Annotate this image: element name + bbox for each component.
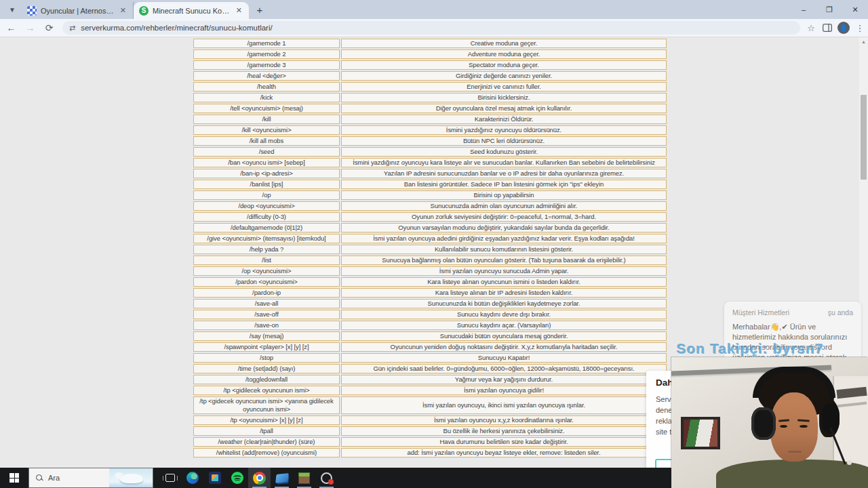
minimize-button[interactable]: – (791, 0, 816, 19)
window-controls: – ❐ ✕ (791, 0, 868, 19)
command-name-cell: /pardon <oyuncuismi> (193, 277, 340, 287)
browser-tab-strip: ▼ Oyuncular | Aternos | Ücretsiz M ✕ S M… (0, 0, 868, 19)
command-name-cell: /deop <oyuncuismi> (193, 201, 340, 211)
command-description-cell: İsmini yazdığınız oyuncuyu öldürürsünüz. (341, 125, 667, 135)
command-description-cell: Enerjinizi ve canınızı fuller. (341, 82, 667, 92)
bookmark-star-icon[interactable]: ☆ (803, 20, 819, 36)
command-description-cell: Oyuncunun yeniden doğuş noktasını değişt… (341, 342, 667, 352)
command-description-cell: Oyunun varsayılan modunu değiştirir, yuk… (341, 223, 667, 232)
site-settings-icon[interactable]: ⇄ (69, 24, 75, 33)
scroll-up-icon[interactable]: ▲ (861, 39, 867, 45)
spotify-icon (231, 472, 243, 484)
search-highlight-art[interactable] (109, 468, 153, 487)
command-name-cell: /kill <oyuncuismi> (193, 125, 340, 135)
table-row: /tp <oyuncuismi> [x] [y] [z]İsmi yazılan… (193, 415, 667, 425)
polar-bear-head (115, 472, 123, 479)
command-name-cell: /say (mesaj) (193, 331, 340, 341)
command-description-cell: Sunucuyu Kapatır! (341, 353, 667, 363)
table-row: /listSunucuya bağlanmış olan bütün oyunc… (193, 256, 667, 265)
command-name-cell: /whitelist (add|remove) (oyuncuismi) (193, 448, 340, 458)
table-row: /time (set|add) (sayı)Gün içindeki saati… (193, 364, 667, 373)
table-row: /save-onSunucu kaydını açar. (Varsayılan… (193, 321, 667, 330)
command-name-cell: /give <oyuncuismi> (itemsayısı) [itemkod… (193, 234, 340, 243)
command-description-cell: Hava durumunu belirtilen süre kadar deği… (341, 437, 667, 447)
profile-avatar[interactable]: 👤 (835, 20, 852, 36)
notification-dot (328, 479, 334, 485)
search-icon (36, 474, 43, 481)
blue-app-button[interactable] (271, 468, 293, 488)
tab-search-button[interactable]: ▼ (4, 1, 20, 18)
forward-button[interactable]: → (22, 20, 38, 36)
command-description-cell: İsmi yazılan oyuncuyu sunucuda Admin yap… (341, 266, 667, 276)
command-description-cell: Oyunun zorluk seviyesini değiştirir: 0=p… (341, 212, 667, 222)
side-panel-icon[interactable] (819, 20, 835, 36)
command-description-cell: add: İsmi yazılan oyuncuyu beyaz listeye… (341, 448, 667, 458)
tab-serverkurma[interactable]: S Minecraft Sunucu Komutları - S ✕ (134, 2, 249, 19)
table-row: /weather (clear|rain|thunder) (süre)Hava… (193, 437, 667, 447)
command-name-cell: /ban-ip <ip-adresi> (193, 169, 340, 178)
table-row: /save-offSunucu kaydını devre dışı bırak… (193, 310, 667, 319)
command-description-cell: Sunucudaki bütün oyunculara mesaj gönder… (341, 331, 667, 341)
command-name-cell: /kill all mobs (193, 136, 340, 146)
command-name-cell: /spawnpoint <player> [x] [y] [z] (193, 342, 340, 352)
command-name-cell: /list (193, 256, 340, 265)
command-description-cell: Yağmur veya kar yağışını durdurur. (341, 375, 667, 384)
back-button[interactable]: ← (3, 20, 19, 36)
command-description-cell: Karakterinizi Öldürür. (341, 115, 667, 124)
command-description-cell: Sunucunuzda ki bütün değişiklikleri kayd… (341, 299, 667, 308)
table-row: /kill <oyuncuismi>İsmini yazdığınız oyun… (193, 125, 667, 135)
start-button[interactable] (0, 468, 28, 488)
table-row: /spawnpoint <player> [x] [y] [z]Oyuncunu… (193, 342, 667, 352)
table-row: /difficulty (0-3)Oyunun zorluk seviyesin… (193, 212, 667, 222)
command-description-cell: Creative moduna geçer. (341, 39, 667, 48)
command-description-cell: Kara listeye alınan oyuncunun ismini o l… (341, 277, 667, 287)
hanging-cloth (681, 417, 720, 449)
command-name-cell: /health (193, 82, 340, 92)
polar-bear-art (120, 474, 143, 483)
task-view-button[interactable] (159, 468, 181, 488)
chevron-down-icon: ▼ (9, 6, 16, 14)
table-row: /pardon <oyuncuismi>Kara listeye alınan … (193, 277, 667, 287)
command-description-cell: İsmi yazılan oyuncuyu x,y,z koordinatlar… (341, 415, 667, 425)
new-tab-button[interactable]: + (252, 1, 268, 18)
table-row: /gamemode 2Adventure moduna geçer. (193, 49, 667, 59)
edge-app-button[interactable] (181, 468, 203, 488)
stream-follower-overlay: Son Takipçi: byrsn7 (677, 341, 824, 357)
scrollbar-thumb[interactable] (861, 95, 867, 180)
table-row: /say (mesaj)Sunucudaki bütün oyunculara … (193, 331, 667, 341)
command-description-cell: Birisini kicklersiniz. (341, 93, 667, 102)
address-bar[interactable]: ⇄ serverkurma.com/rehberler/minecraft/su… (62, 21, 800, 35)
chrome-app-button[interactable] (248, 468, 271, 488)
table-row: /help yada ?Kullanılabilir sunucu komutl… (193, 245, 667, 254)
restore-button[interactable]: ❐ (816, 0, 842, 19)
command-description-cell: Gün içindeki saati belirler. 0=gündoğumu… (341, 364, 667, 373)
tab-close-icon[interactable]: ✕ (119, 6, 127, 15)
photos-app-button[interactable] (203, 468, 226, 488)
recorder-app-button[interactable] (315, 468, 338, 488)
table-row: /defaultgamemode (0|1|2)Oyunun varsayıla… (193, 223, 667, 232)
command-name-cell: /tp <gidilecek oyuncunun ismi> (193, 386, 340, 395)
command-description-cell: Adventure moduna geçer. (341, 49, 667, 59)
minecraft-app-button[interactable] (293, 468, 315, 488)
command-name-cell: /kill (193, 115, 340, 124)
spotify-app-button[interactable] (226, 468, 248, 488)
close-button[interactable]: ✕ (842, 0, 868, 19)
table-row: /give <oyuncuismi> (itemsayısı) [itemkod… (193, 234, 667, 243)
table-row: /pardon-ipKara listeye alınan bir IP adr… (193, 288, 667, 298)
table-row: /tp <gidilecek oyuncunun ismi>İsmi yazıl… (193, 386, 667, 395)
url-text: serverkurma.com/rehberler/minecraft/sunu… (81, 24, 272, 32)
command-description-cell: Diğer oyunculara özel mesaj atmak için k… (341, 104, 667, 113)
screen: ▼ Oyuncular | Aternos | Ücretsiz M ✕ S M… (0, 0, 868, 488)
table-row: /tp <gidecek oyuncunun ismi> <yanına gid… (193, 396, 667, 414)
table-row: /deop <oyuncuismi>Sunucunuzda admin olan… (193, 201, 667, 211)
command-name-cell: /difficulty (0-3) (193, 212, 340, 222)
taskbar-search-input[interactable]: Ara (28, 468, 153, 488)
browser-menu-icon[interactable]: ⋮ (852, 20, 868, 36)
command-description-cell: Sunucu kaydını devre dışı bırakır. (341, 310, 667, 319)
command-description-cell: İsmi yazılan oyuncuya gidilir! (341, 386, 667, 395)
tab-aternos[interactable]: Oyuncular | Aternos | Ücretsiz M ✕ (22, 2, 134, 19)
tab-close-icon[interactable]: ✕ (235, 6, 243, 15)
command-name-cell: /kick (193, 93, 340, 102)
command-name-cell: /op <oyuncuismi> (193, 266, 340, 276)
reload-button[interactable]: ⟳ (41, 20, 57, 36)
